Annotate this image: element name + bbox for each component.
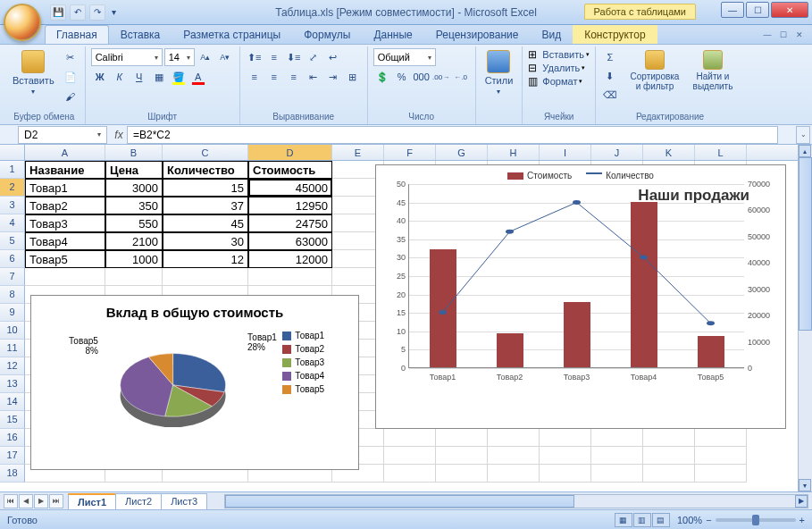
number-format-combo[interactable]: Общий▾ — [373, 48, 436, 66]
name-box[interactable]: D2▾ — [18, 126, 107, 144]
paste-button[interactable]: Вставить ▾ — [9, 48, 58, 97]
sheet-nav-last[interactable]: ⏭ — [49, 494, 63, 508]
cell-I18[interactable] — [540, 465, 591, 483]
scroll-right-button[interactable]: ▶ — [795, 495, 808, 508]
delete-cells-button[interactable]: ⊟Удалить ▾ — [528, 62, 585, 74]
zoom-slider[interactable] — [716, 518, 796, 522]
minimize-button[interactable]: — — [721, 2, 744, 18]
cell-D6[interactable]: 12000 — [248, 250, 332, 268]
percent-button[interactable]: % — [393, 68, 411, 86]
cell-K17[interactable] — [643, 447, 695, 465]
cell-D2[interactable]: 45000 — [248, 179, 332, 197]
row-header-18[interactable]: 18 — [0, 465, 25, 483]
scroll-down-button[interactable]: ▾ — [799, 479, 811, 491]
cell-C3[interactable]: 37 — [163, 197, 248, 214]
column-header-D[interactable]: D — [248, 145, 332, 160]
italic-button[interactable]: К — [111, 68, 129, 86]
office-button[interactable] — [4, 4, 41, 41]
sheet-tab-Лист3[interactable]: Лист3 — [161, 493, 207, 509]
doc-restore-button[interactable]: ☐ — [776, 29, 791, 41]
chart-pie[interactable]: Вклад в общую стоимость Товар58% Товар12… — [30, 295, 359, 470]
cell-A2[interactable]: Товар1 — [25, 179, 105, 197]
cell-L16[interactable] — [695, 429, 747, 447]
cell-L18[interactable] — [695, 465, 747, 483]
cell-J18[interactable] — [591, 465, 643, 483]
doc-minimize-button[interactable]: — — [760, 29, 774, 41]
wrap-text-button[interactable]: ↩ — [324, 48, 342, 66]
cell-H17[interactable] — [488, 447, 540, 465]
tab-формулы[interactable]: Формулы — [292, 25, 362, 44]
horizontal-scrollbar[interactable]: ◀ ▶ — [224, 494, 808, 508]
zoom-in-button[interactable]: + — [799, 515, 805, 525]
vscroll-thumb[interactable] — [799, 157, 812, 331]
format-painter-button[interactable]: 🖌 — [62, 88, 80, 105]
cell-C6[interactable]: 12 — [163, 250, 248, 268]
cell-K18[interactable] — [643, 465, 695, 483]
column-header-A[interactable]: A — [25, 145, 105, 160]
vertical-scrollbar[interactable]: ▴ ▾ — [798, 145, 812, 491]
row-header-2[interactable]: 2 — [0, 179, 25, 197]
shrink-font-button[interactable]: A▾ — [216, 48, 234, 66]
view-pagebreak-button[interactable]: ▤ — [652, 513, 670, 527]
sheet-nav-next[interactable]: ▶ — [34, 494, 48, 508]
border-button[interactable]: ▦ — [150, 68, 168, 86]
view-normal-button[interactable]: ▦ — [615, 513, 632, 527]
cell-G18[interactable] — [436, 465, 488, 483]
row-header-5[interactable]: 5 — [0, 232, 25, 250]
cell-F18[interactable] — [384, 465, 436, 483]
cell-H18[interactable] — [488, 465, 540, 483]
currency-button[interactable]: 💲 — [373, 68, 391, 86]
cell-C7[interactable] — [163, 268, 248, 286]
cell-D1[interactable]: Стоимость — [248, 161, 332, 179]
cell-A3[interactable]: Товар2 — [25, 197, 105, 214]
column-header-L[interactable]: L — [695, 145, 747, 160]
align-middle-button[interactable]: ≡ — [265, 48, 283, 66]
copy-button[interactable]: 📄 — [62, 68, 80, 86]
cell-C4[interactable]: 45 — [163, 214, 248, 232]
qat-save-icon[interactable]: 💾 — [50, 4, 66, 21]
align-top-button[interactable]: ⬆≡ — [246, 48, 264, 66]
styles-button[interactable]: Стили ▾ — [481, 48, 517, 97]
cell-J16[interactable] — [591, 429, 643, 447]
cell-D3[interactable]: 12950 — [248, 197, 332, 214]
row-header-14[interactable]: 14 — [0, 393, 25, 411]
cell-C1[interactable]: Количество — [163, 161, 248, 179]
cell-K16[interactable] — [643, 429, 695, 447]
align-bottom-button[interactable]: ⬇≡ — [285, 48, 303, 66]
cell-D4[interactable]: 24750 — [248, 214, 332, 232]
zoom-level[interactable]: 100% — [677, 515, 702, 525]
cell-I16[interactable] — [540, 429, 591, 447]
cell-F17[interactable] — [384, 447, 436, 465]
scroll-up-button[interactable]: ▴ — [799, 145, 811, 157]
comma-button[interactable]: 000 — [413, 68, 431, 86]
tab-данные[interactable]: Данные — [362, 25, 423, 44]
increase-decimal-button[interactable]: .00→ — [432, 68, 450, 86]
column-header-E[interactable]: E — [332, 145, 384, 160]
sheet-nav-prev[interactable]: ◀ — [19, 494, 33, 508]
cell-B1[interactable]: Цена — [105, 161, 163, 179]
cell-F16[interactable] — [384, 429, 436, 447]
cell-L17[interactable] — [695, 447, 747, 465]
cell-B2[interactable]: 3000 — [105, 179, 163, 197]
cell-A5[interactable]: Товар4 — [25, 232, 105, 250]
cell-B4[interactable]: 550 — [105, 214, 163, 232]
find-select-button[interactable]: Найти и выделить — [687, 48, 739, 93]
cell-A4[interactable]: Товар3 — [25, 214, 105, 232]
font-size-combo[interactable]: 14▾ — [164, 48, 195, 66]
align-right-button[interactable]: ≡ — [285, 68, 303, 86]
font-color-button[interactable]: A — [189, 68, 207, 86]
row-header-9[interactable]: 9 — [0, 304, 25, 322]
cell-D5[interactable]: 63000 — [248, 232, 332, 250]
cell-G16[interactable] — [436, 429, 488, 447]
cell-C2[interactable]: 15 — [163, 179, 248, 197]
column-header-B[interactable]: B — [105, 145, 163, 160]
sort-filter-button[interactable]: Сортировка и фильтр — [626, 48, 683, 93]
column-header-K[interactable]: K — [643, 145, 695, 160]
cell-D7[interactable] — [248, 268, 332, 286]
cell-A1[interactable]: Название — [25, 161, 105, 179]
row-header-12[interactable]: 12 — [0, 357, 25, 375]
view-layout-button[interactable]: ▥ — [633, 513, 651, 527]
qat-redo-icon[interactable]: ↷ — [89, 4, 105, 21]
clear-button[interactable]: ⌫ — [601, 86, 619, 104]
cell-B5[interactable]: 2100 — [105, 232, 163, 250]
